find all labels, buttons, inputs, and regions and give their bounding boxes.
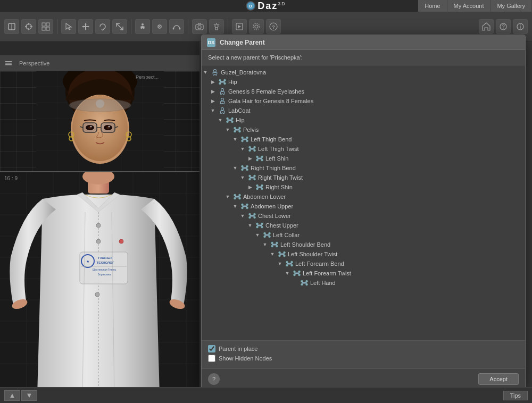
tree-arrow: ▼ (284, 270, 291, 277)
toolbar-btn-rotate[interactable] (95, 19, 110, 34)
toolbar-btn-grid[interactable] (38, 19, 53, 34)
tree-item-chestupper[interactable]: ▼ Chest Upper (202, 221, 525, 230)
svg-point-154 (234, 194, 236, 196)
svg-rect-198 (295, 273, 300, 274)
tree-item-genesis8eyelashes[interactable]: ▶ Genesis 8 Female Eyelashes (202, 87, 525, 96)
svg-point-65 (108, 126, 110, 128)
toolbar-btn-morph[interactable] (169, 19, 184, 34)
toolbar-btn-info[interactable]: i (513, 19, 528, 34)
accept-button[interactable]: Accept (478, 373, 519, 385)
toolbar-btn-transform[interactable] (21, 19, 36, 34)
my-account-button[interactable]: My Account (447, 0, 491, 12)
svg-point-112 (221, 98, 224, 101)
tree-item-leftforearmbend[interactable]: ▼ Left Forearm Bend (202, 259, 525, 268)
tree-item-leftforearmtwist[interactable]: ▼ Left Forearm Twist (202, 268, 525, 278)
tree-item-lefthand[interactable]: Left Hand (202, 278, 525, 288)
tree-item-leftthightwist[interactable]: ▼ Left Thigh Twist (202, 144, 525, 154)
my-gallery-button[interactable]: My Gallery (491, 0, 532, 12)
svg-line-13 (117, 23, 123, 30)
svg-point-147 (249, 178, 251, 180)
svg-point-106 (219, 79, 221, 81)
home-button[interactable]: Home (418, 0, 447, 12)
tree-item-galahair[interactable]: ▶ Gala Hair for Genesis 8 Females (202, 96, 525, 106)
tree-item-rightthightwist[interactable]: ▼ Right Thigh Twist (202, 173, 525, 182)
dialog-actions: ? Accept (202, 368, 525, 389)
svg-point-145 (254, 178, 256, 180)
svg-rect-178 (265, 234, 270, 236)
viewport-perspective-label: Perspective (19, 60, 49, 66)
tree-item-rightthighbend[interactable]: ▼ Right Thigh Bend (202, 163, 525, 173)
tips-button[interactable]: Tips (503, 391, 528, 400)
svg-point-149 (256, 184, 259, 187)
toolbar-btn-figure[interactable] (135, 19, 150, 34)
svg-line-23 (214, 24, 215, 25)
toolbar-btn-select[interactable] (61, 19, 76, 34)
toolbar-btn-light[interactable] (209, 19, 224, 34)
svg-point-141 (246, 165, 248, 167)
viewport-top: Perspect... (0, 71, 200, 172)
tree-item-labcoat[interactable]: ▼ LabCoat (202, 106, 525, 115)
tree-item-leftshouldertwist[interactable]: ▼ Left Shoulder Twist (202, 249, 525, 259)
svg-point-107 (224, 82, 226, 85)
help-button[interactable]: ? (208, 373, 220, 385)
svg-text:Борятовна: Борятовна (98, 273, 111, 276)
tree-item-leftcollar[interactable]: ▼ Left Collar (202, 230, 525, 240)
toolbar-btn-joint[interactable] (152, 19, 167, 34)
tree-icon (255, 155, 264, 162)
dialog-tree[interactable]: ▼ Guzel_Boratovna ▶ Hip ▶ Genesis 8 Fema… (202, 65, 525, 340)
nav-down-button[interactable]: ▼ (21, 390, 37, 401)
toolbar-btn-question[interactable]: ? (496, 19, 511, 34)
svg-point-21 (215, 24, 218, 28)
tree-item-abdomenlower[interactable]: ▼ Abdomen Lower (202, 192, 525, 202)
svg-point-185 (284, 255, 286, 257)
tree-item-rightshin[interactable]: ▶ Right Shin (202, 182, 525, 192)
toolbar-btn-scale[interactable] (112, 19, 127, 34)
svg-text:16 : 9: 16 : 9 (4, 175, 18, 181)
change-parent-dialog: DS Change Parent Select a new parent for… (201, 35, 526, 390)
svg-rect-158 (235, 196, 240, 198)
svg-point-187 (279, 255, 281, 257)
tree-label: Left Hand (310, 280, 336, 286)
parent-in-place-checkbox[interactable] (208, 345, 215, 352)
tree-item-guzel[interactable]: ▼ Guzel_Boratovna (202, 68, 525, 77)
nav-up-button[interactable]: ▲ (4, 390, 20, 401)
svg-point-175 (269, 236, 271, 238)
svg-rect-143 (243, 167, 247, 169)
tree-item-pelvis[interactable]: ▼ Pelvis (202, 125, 525, 135)
svg-text:Главный: Главный (98, 256, 113, 259)
tree-icon (285, 260, 294, 267)
toolbar-btn-settings[interactable] (249, 19, 264, 34)
svg-point-164 (249, 213, 251, 215)
toolbar-btn-home-scene[interactable] (479, 19, 494, 34)
tree-arrow: ▼ (246, 222, 254, 229)
viewport-toolbar: Perspective (0, 55, 200, 71)
toolbar-btn-help[interactable]: ? (266, 19, 281, 34)
svg-rect-183 (272, 244, 277, 246)
svg-point-190 (291, 264, 293, 266)
tree-arrow: ▶ (209, 97, 217, 105)
tree-item-abdomeneupper[interactable]: ▼ Abdomen Upper (202, 202, 525, 211)
svg-point-197 (294, 274, 296, 276)
svg-point-184 (279, 251, 281, 254)
tree-item-leftshin[interactable]: ▶ Left Shin (202, 154, 525, 163)
svg-rect-173 (257, 225, 262, 226)
svg-point-152 (256, 188, 259, 190)
tree-item-hip2[interactable]: ▼ Hip (202, 115, 525, 125)
tree-icon (218, 107, 227, 114)
toolbar-btn-1[interactable] (4, 19, 19, 34)
tree-label: Left Collar (273, 232, 300, 238)
show-hidden-nodes-checkbox[interactable] (208, 355, 215, 362)
svg-point-174 (264, 232, 266, 234)
svg-point-114 (227, 117, 229, 120)
svg-text:ТЕХНОЛОГ: ТЕХНОЛОГ (97, 261, 114, 264)
tree-item-leftthighbend[interactable]: ▼ Left Thigh Bend (202, 135, 525, 144)
tree-item-hip1[interactable]: ▶ Hip (202, 77, 525, 87)
viewport-menu-icon[interactable] (4, 59, 13, 68)
svg-point-189 (286, 261, 288, 263)
toolbar-btn-render[interactable] (232, 19, 247, 34)
svg-point-202 (301, 283, 303, 286)
tree-item-leftshoulderbend[interactable]: ▼ Left Shoulder Bend (202, 240, 525, 249)
toolbar-btn-move[interactable] (78, 19, 93, 34)
tree-item-chestlower[interactable]: ▼ Chest Lower (202, 211, 525, 221)
toolbar-btn-camera[interactable] (192, 19, 207, 34)
